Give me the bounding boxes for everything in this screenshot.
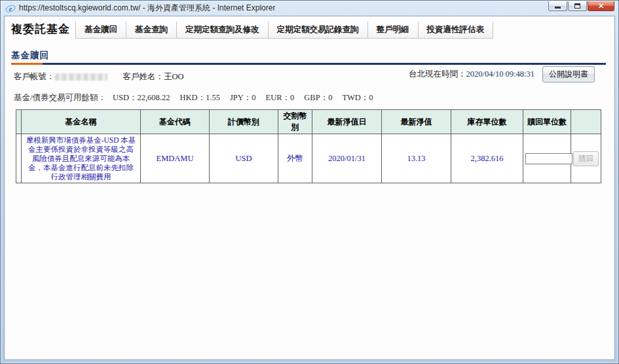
tab-fund-redeem[interactable]: 基金贖回 [75, 22, 126, 38]
time-and-prospectus: 台北現在時間：2020/04/10 09:48:31 公開說明書 [409, 66, 595, 82]
cell-settlement-currency: 外幣 [278, 134, 312, 183]
header-latest-nav-date: 最新淨值日 [312, 110, 382, 134]
header-redeem-units: 贖回單位數 [523, 110, 571, 134]
svg-text:e: e [9, 5, 12, 12]
main-nav: 複委託基金 基金贖回 基金查詢 定期定額查詢及修改 定期定額交易記錄查詢 整戶明… [5, 16, 614, 39]
close-button[interactable]: ✕ [588, 1, 614, 11]
header-settlement-currency: 交割幣別 [278, 110, 312, 134]
maximize-icon [574, 3, 580, 9]
section-header: 基金贖回 [11, 50, 606, 65]
minimize-icon [555, 7, 561, 9]
page-title: 基金贖回 [11, 50, 606, 62]
taipei-time-value: 2020/04/10 09:48:31 [466, 69, 535, 79]
table-row: 摩根新興市場債券基金-USD 本基金主要係投資於非投資等級之高風險債券且配息來源… [16, 134, 601, 183]
balance-gbp: GBP：0 [304, 92, 332, 103]
header-latest-nav: 最新淨值 [382, 110, 451, 134]
balance-jpy: JPY：0 [230, 92, 256, 103]
tab-account-detail[interactable]: 整戶明細 [368, 22, 419, 38]
minimize-button[interactable] [548, 1, 567, 11]
available-balance-row: 基金/債券交易可用餘額： USD：22,608.22 HKD：1.55 JPY：… [14, 92, 606, 103]
maximize-button[interactable] [568, 1, 587, 11]
cell-empty-left [16, 134, 22, 183]
customer-account-redacted [55, 73, 107, 81]
table-header-row: 基金名稱 基金代碼 計價幣別 交割幣別 最新淨值日 最新淨值 庫存單位數 贖回單… [16, 110, 601, 134]
customer-account-label: 客戶帳號： [14, 71, 55, 82]
taipei-time: 台北現在時間：2020/04/10 09:48:31 [409, 69, 535, 80]
taipei-time-label: 台北現在時間： [409, 69, 466, 79]
header-empty-action [571, 110, 601, 134]
cell-latest-nav: 13.13 [382, 134, 451, 183]
divider-navy-segment [43, 63, 606, 65]
titlebar[interactable]: e https://testoltscq.kgieworld.com.tw/ -… [1, 1, 618, 16]
prospectus-button[interactable]: 公開說明書 [542, 66, 595, 82]
cell-fund-code: EMDAMU [141, 134, 210, 183]
cell-units-held: 2,382.616 [451, 134, 523, 183]
browser-window: e https://testoltscq.kgieworld.com.tw/ -… [0, 0, 619, 364]
tab-risk-assessment[interactable]: 投資適性評估表 [419, 22, 494, 38]
balance-hkd: HKD：1.55 [180, 92, 220, 103]
customer-name-value: 王OO [164, 71, 184, 82]
balance-label: 基金/債券交易可用餘額： [14, 92, 106, 103]
header-empty-left [16, 110, 22, 134]
cell-pricing-currency: USD [210, 134, 278, 183]
close-icon: ✕ [598, 3, 604, 10]
cell-redeem-units [523, 134, 571, 183]
tab-sip-transaction-log[interactable]: 定期定額交易記錄查詢 [269, 22, 368, 38]
cell-latest-nav-date: 2020/01/31 [312, 134, 382, 183]
window-title: https://testoltscq.kgieworld.com.tw/ - 海… [19, 3, 275, 14]
header-units-held: 庫存單位數 [451, 110, 523, 134]
nav-tabs: 基金贖回 基金查詢 定期定額查詢及修改 定期定額交易記錄查詢 整戶明細 投資適性… [75, 22, 493, 39]
redeem-button[interactable]: 贖回 [573, 151, 599, 166]
redeem-units-input[interactable] [525, 153, 572, 164]
balance-usd: USD：22,608.22 [113, 92, 170, 103]
header-fund-code: 基金代碼 [141, 110, 210, 134]
tab-fund-query[interactable]: 基金查詢 [126, 22, 177, 38]
app-brand: 複委託基金 [11, 22, 70, 39]
header-fund-name: 基金名稱 [22, 110, 141, 134]
cell-redeem-action: 贖回 [571, 134, 601, 183]
customer-name-label: 客戶姓名： [123, 71, 164, 82]
internet-explorer-icon: e [5, 3, 16, 14]
section-divider [11, 63, 606, 65]
page-content: 複委託基金 基金贖回 基金查詢 定期定額查詢及修改 定期定額交易記錄查詢 整戶明… [4, 16, 615, 360]
tab-sip-query-edit[interactable]: 定期定額查詢及修改 [177, 22, 269, 38]
header-pricing-currency: 計價幣別 [210, 110, 278, 134]
balance-twd: TWD：0 [342, 92, 373, 103]
divider-orange-segment [11, 63, 43, 65]
fund-holdings-table: 基金名稱 基金代碼 計價幣別 交割幣別 最新淨值日 最新淨值 庫存單位數 贖回單… [16, 109, 601, 183]
balance-eur: EUR：0 [266, 92, 295, 103]
cell-fund-name: 摩根新興市場債券基金-USD 本基金主要係投資於非投資等級之高風險債券且配息來源… [22, 134, 141, 183]
